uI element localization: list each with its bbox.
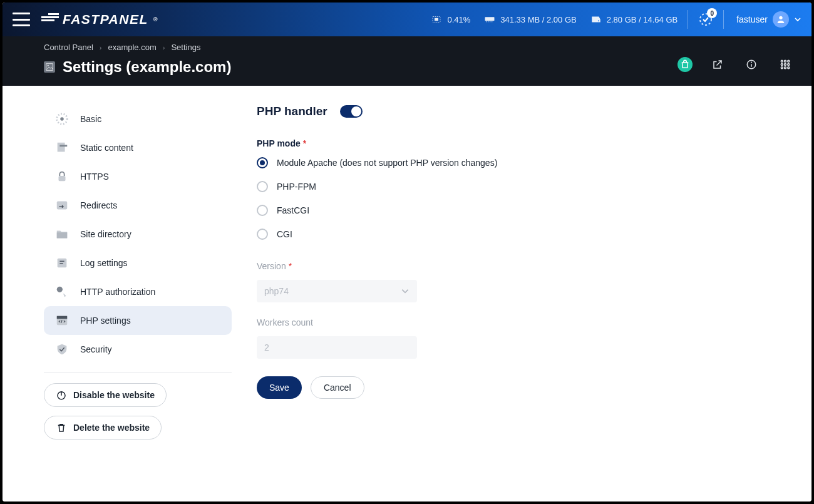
workers-input[interactable]: 2 — [257, 336, 417, 359]
radio-label: CGI — [277, 229, 292, 239]
sidebar-item-https[interactable]: HTTPS — [44, 162, 232, 191]
svg-point-24 — [60, 117, 64, 121]
svg-rect-31 — [58, 259, 67, 268]
breadcrumb-item[interactable]: Control Panel — [44, 43, 93, 52]
svg-point-16 — [785, 60, 786, 62]
tasks-indicator[interactable]: 0 — [698, 12, 713, 27]
disk-stat: 2.80 GB / 14.64 GB — [590, 15, 677, 24]
svg-point-14 — [751, 62, 752, 63]
power-icon — [56, 389, 67, 401]
sidebar-item-redirects[interactable]: Redirects — [44, 191, 232, 220]
code-icon — [55, 314, 69, 327]
shop-icon[interactable] — [677, 57, 693, 72]
breadcrumb-item[interactable]: Settings — [171, 43, 200, 52]
radio-module-apache[interactable]: Module Apache (does not support PHP vers… — [257, 157, 786, 168]
radio-icon — [257, 229, 268, 240]
sidebar-item-label: Log settings — [80, 258, 128, 268]
shield-icon — [55, 342, 69, 356]
radio-icon — [257, 205, 268, 216]
svg-point-9 — [779, 16, 782, 19]
avatar-icon — [773, 11, 789, 28]
sidebar-item-basic[interactable]: Basic — [44, 105, 232, 133]
svg-point-15 — [781, 60, 783, 62]
svg-rect-10 — [46, 64, 53, 71]
chevron-right-icon: › — [163, 44, 165, 51]
breadcrumb: Control Panel › example.com › Settings — [44, 43, 231, 52]
cancel-button[interactable]: Cancel — [311, 376, 364, 399]
radio-label: FastCGI — [277, 205, 309, 215]
disable-website-button[interactable]: Disable the website — [44, 383, 167, 407]
sidebar-item-label: PHP settings — [80, 316, 131, 326]
user-menu[interactable]: fastuser — [736, 11, 801, 28]
svg-rect-2 — [485, 17, 495, 21]
version-label: Version* — [257, 261, 786, 271]
sidebar-item-label: HTTPS — [80, 172, 109, 182]
svg-point-19 — [785, 64, 786, 66]
sidebar-item-label: Basic — [80, 114, 101, 124]
svg-point-18 — [781, 64, 783, 66]
sidebar-item-label: HTTP authorization — [80, 287, 155, 297]
topbar: FASTPANEL® 0.41% 341.33 MB / 2.00 GB 2.8… — [3, 3, 811, 36]
svg-point-21 — [781, 67, 783, 69]
image-icon — [44, 61, 55, 73]
redirect-icon — [55, 198, 69, 212]
brand-text: FASTPANEL — [63, 12, 148, 27]
user-name: fastuser — [736, 14, 768, 24]
brand-logo[interactable]: FASTPANEL® — [41, 12, 158, 27]
svg-rect-27 — [59, 145, 67, 147]
svg-point-20 — [788, 64, 790, 66]
apps-grid-icon[interactable] — [776, 56, 794, 73]
svg-rect-30 — [57, 232, 68, 238]
svg-rect-26 — [58, 143, 65, 152]
menu-toggle[interactable] — [13, 13, 30, 26]
chevron-down-icon — [794, 16, 801, 23]
sidebar-item-logs[interactable]: Log settings — [44, 249, 232, 277]
folder-icon — [55, 227, 69, 241]
sidebar-item-directory[interactable]: Site directory — [44, 220, 232, 249]
sidebar-item-httpauth[interactable]: HTTP authorization — [44, 277, 232, 306]
svg-rect-28 — [59, 176, 66, 181]
sidebar-item-label: Static content — [80, 143, 133, 153]
radio-cgi[interactable]: CGI — [257, 229, 786, 240]
open-external-icon[interactable] — [709, 56, 726, 73]
svg-point-17 — [788, 60, 790, 62]
sidebar-item-label: Site directory — [80, 229, 131, 239]
button-label: Disable the website — [73, 390, 155, 400]
radio-icon — [257, 181, 268, 192]
section-title: PHP handler — [257, 105, 327, 118]
cpu-value: 0.41% — [447, 15, 470, 24]
cpu-stat: 0.41% — [431, 15, 470, 24]
ram-value: 341.33 MB / 2.00 GB — [500, 15, 576, 24]
svg-point-7 — [598, 20, 599, 21]
version-select[interactable]: php74 — [257, 280, 417, 302]
button-label: Delete the website — [73, 423, 150, 433]
sidebar-item-security[interactable]: Security — [44, 335, 232, 364]
page-title: Settings (example.com) — [63, 58, 231, 76]
breadcrumb-item[interactable]: example.com — [108, 43, 156, 52]
list-icon — [55, 256, 69, 270]
disk-value: 2.80 GB / 14.64 GB — [607, 15, 677, 24]
radio-label: Module Apache (does not support PHP vers… — [277, 158, 497, 168]
document-icon — [55, 141, 69, 155]
gear-icon — [55, 112, 69, 126]
svg-point-34 — [57, 287, 63, 292]
svg-point-23 — [788, 67, 790, 69]
radio-fastcgi[interactable]: FastCGI — [257, 205, 786, 216]
sidebar-item-label: Security — [80, 344, 112, 354]
ram-stat: 341.33 MB / 2.00 GB — [484, 15, 576, 24]
workers-label: Workers count — [257, 317, 786, 327]
sidebar-item-static[interactable]: Static content — [44, 133, 232, 162]
info-icon[interactable] — [743, 56, 760, 73]
delete-website-button[interactable]: Delete the website — [44, 416, 162, 440]
radio-php-fpm[interactable]: PHP-FPM — [257, 181, 786, 192]
save-button[interactable]: Save — [257, 376, 302, 399]
chevron-down-icon — [401, 287, 410, 296]
svg-rect-1 — [435, 18, 438, 21]
sidebar-item-php[interactable]: PHP settings — [44, 306, 232, 335]
trash-icon — [56, 422, 67, 433]
svg-rect-36 — [57, 316, 68, 319]
radio-label: PHP-FPM — [277, 182, 316, 192]
tasks-badge: 0 — [707, 8, 717, 18]
php-handler-toggle[interactable] — [340, 105, 363, 118]
radio-icon — [257, 157, 268, 168]
